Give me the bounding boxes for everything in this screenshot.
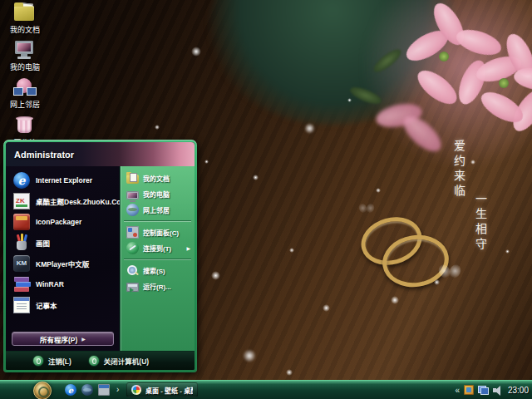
start-menu-programs-panel: e Internet Explorer 桌酷主题Desk.ZhuoKu.Com … xyxy=(6,166,120,351)
sparkle xyxy=(155,125,160,130)
sparkle xyxy=(376,188,381,193)
system-tray: « 23:00 xyxy=(455,381,529,399)
sparkle xyxy=(347,98,352,102)
sparkle xyxy=(204,160,209,164)
submenu-arrow-icon: ▶ xyxy=(186,245,190,251)
all-programs-arrow-icon: ▶ xyxy=(81,336,86,342)
program-iconpackager[interactable]: IconPackager xyxy=(6,211,120,232)
butterfly xyxy=(439,264,461,279)
program-internet-explorer[interactable]: e Internet Explorer xyxy=(6,170,120,190)
quicklaunch-expand-icon[interactable]: › xyxy=(116,383,119,397)
sparkle xyxy=(470,160,475,165)
sparkle xyxy=(191,47,201,57)
flower-center xyxy=(499,78,509,88)
tray-input-method-icon[interactable] xyxy=(464,385,474,395)
menu-item-run[interactable]: 运行(R)... xyxy=(121,278,195,294)
sparkle xyxy=(253,175,259,180)
connect-to-icon xyxy=(126,242,139,254)
program-winrar[interactable]: WinRAR xyxy=(6,273,120,294)
sparkle xyxy=(505,249,510,254)
sparkle xyxy=(289,248,294,253)
menu-item-my-documents[interactable]: 我的文档 xyxy=(121,170,195,186)
zhuoku-theme-icon xyxy=(13,193,30,209)
sparkle xyxy=(391,296,399,304)
menu-item-network-places[interactable]: 网上邻居 xyxy=(121,202,195,218)
desktop-icon-my-documents[interactable]: 我的文档 xyxy=(2,2,48,34)
quicklaunch-internet-explorer-icon[interactable]: e xyxy=(65,384,76,396)
desktop-screen: 爱约来临 一生相守 我的文档 我的电脑 网上邻居 回收站 xyxy=(0,0,532,399)
winrar-icon xyxy=(13,276,30,293)
sparkle xyxy=(286,369,293,376)
taskbar-task-button[interactable]: 桌面 - 壁纸 - 桌酷... xyxy=(126,382,198,397)
network-places-icon xyxy=(126,204,139,216)
tray-volume-icon[interactable] xyxy=(493,386,502,395)
menu-item-control-panel[interactable]: 控制面板(C) xyxy=(121,224,195,240)
my-documents-icon xyxy=(126,175,139,184)
turn-off-computer-button[interactable]: 关闭计算机(U) xyxy=(88,355,149,367)
tray-clock[interactable]: 23:00 xyxy=(508,386,529,395)
flower-center xyxy=(439,52,449,62)
wallpaper-calligraphy: 一生相守 xyxy=(472,193,489,253)
wallpaper-calligraphy: 爱约来临 xyxy=(451,140,467,200)
sparkle xyxy=(211,271,220,280)
sparkle xyxy=(243,349,256,362)
start-menu-places-panel: 我的文档 我的电脑 网上邻居 控制面板(C) xyxy=(120,166,195,351)
run-icon xyxy=(126,283,139,292)
start-menu: Administrator e Internet Explorer 桌酷主题De… xyxy=(3,140,197,372)
desktop-icon-label: 我的电脑 xyxy=(2,63,48,71)
log-off-icon xyxy=(32,355,44,367)
sparkle xyxy=(323,304,330,312)
sparkle xyxy=(434,279,440,285)
sparkle xyxy=(304,123,315,134)
quicklaunch-show-desktop-icon[interactable] xyxy=(98,384,110,396)
tray-network-icon[interactable] xyxy=(478,386,489,395)
desktop-icon-label: 网上邻居 xyxy=(2,101,48,109)
paint-icon xyxy=(13,234,30,251)
turn-off-icon xyxy=(88,355,100,367)
start-menu-footer: 注销(L) 关闭计算机(U) xyxy=(6,351,195,370)
start-menu-header: Administrator xyxy=(6,142,195,166)
menu-separator xyxy=(124,259,191,260)
kmplayer-icon: KM xyxy=(13,255,30,272)
task-window-icon xyxy=(131,385,141,395)
menu-item-my-computer[interactable]: 我的电脑 xyxy=(121,186,195,202)
program-notepad[interactable]: 记事本 xyxy=(6,294,120,315)
quicklaunch-browser-globe-icon[interactable] xyxy=(81,384,93,396)
notepad-icon xyxy=(13,297,30,313)
desktop-icon-label: 我的文档 xyxy=(2,26,48,34)
search-icon xyxy=(126,264,139,277)
desktop-icon-my-computer[interactable]: 我的电脑 xyxy=(2,39,48,71)
log-off-button[interactable]: 注销(L) xyxy=(32,355,71,367)
start-button[interactable] xyxy=(33,382,52,399)
my-computer-icon xyxy=(126,191,139,200)
my-computer-icon xyxy=(12,39,37,61)
program-paint[interactable]: 画图 xyxy=(6,232,120,253)
control-panel-icon xyxy=(126,226,139,239)
network-places-icon xyxy=(12,76,37,98)
recycle-bin-icon xyxy=(12,115,37,136)
username: Administrator xyxy=(14,150,74,160)
my-documents-icon xyxy=(12,2,37,23)
desktop-icon-network-places[interactable]: 网上邻居 xyxy=(2,76,48,109)
menu-item-search[interactable]: 搜索(S) xyxy=(121,263,195,278)
tray-collapse-icon[interactable]: « xyxy=(455,386,460,395)
all-programs-button[interactable]: 所有程序(P) ▶ xyxy=(12,332,114,346)
menu-item-connect-to[interactable]: 连接到(T) ▶ xyxy=(121,240,195,256)
internet-explorer-icon: e xyxy=(13,172,30,189)
menu-separator xyxy=(124,220,191,222)
iconpackager-icon xyxy=(13,214,30,230)
butterfly xyxy=(359,204,374,214)
taskbar: e › 桌面 - 壁纸 - 桌酷... « 23:00 xyxy=(0,380,532,399)
program-zhuoku-theme[interactable]: 桌酷主题Desk.ZhuoKu.Com xyxy=(6,190,120,211)
program-kmplayer[interactable]: KM KMPlayer中文版 xyxy=(6,253,120,273)
